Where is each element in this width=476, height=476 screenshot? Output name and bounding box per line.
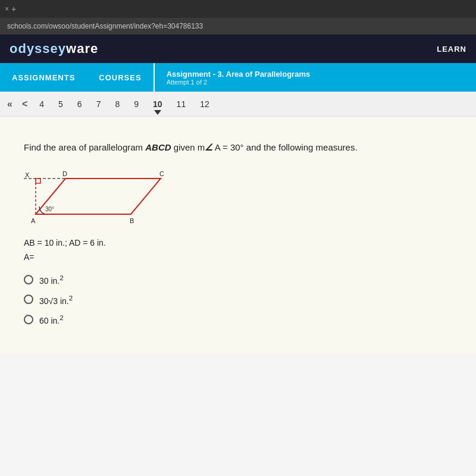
svg-marker-1 [36,178,161,214]
svg-text:A: A [31,217,36,224]
svg-text:30°: 30° [45,206,54,212]
svg-text:X: X [25,171,30,178]
page-10[interactable]: 10 [151,98,165,110]
radio-2[interactable] [24,295,33,304]
page-11[interactable]: 11 [174,98,189,110]
nav-assignments[interactable]: ASSIGNMENTS [0,63,87,92]
option-3[interactable]: 60 in.2 [24,314,452,325]
page-4[interactable]: 4 [37,98,46,110]
pagination-bar: « < 4 5 6 7 8 9 10 11 12 [0,92,476,117]
assignment-info: Assignment - 3. Area of Parallelograms A… [154,63,322,92]
page-7[interactable]: 7 [94,98,104,110]
page-5[interactable]: 5 [56,98,65,110]
browser-chrome: × + [0,0,476,18]
diagram-container: X D C A B 30° [24,167,178,226]
site-header: odysseyware LEARN [0,35,476,63]
tab-bar: × + [5,4,16,14]
radio-3[interactable] [24,315,33,324]
page-wrapper: odysseyware LEARN ASSIGNMENTS COURSES As… [0,35,476,476]
options-list: 30 in.2 30√3 in.2 60 in.2 [24,274,452,325]
page-prev-single[interactable]: < [22,99,27,109]
svg-text:D: D [62,170,67,177]
page-prev-double[interactable]: « [7,99,12,109]
assignment-title: Assignment - 3. Area of Parallelograms [167,70,311,79]
question-text: Find the area of parallelogram ABCD give… [24,140,452,155]
option-1-text: 30 in.2 [39,274,64,286]
measures-text: AB = 10 in.; AD = 6 in. [24,238,452,248]
tab-close-btn[interactable]: × [5,5,9,13]
page-12[interactable]: 12 [198,98,212,110]
svg-text:C: C [159,170,164,177]
option-2[interactable]: 30√3 in.2 [24,294,452,306]
main-content: Find the area of parallelogram ABCD give… [0,117,476,355]
page-6[interactable]: 6 [75,98,84,110]
option-2-text: 30√3 in.2 [39,294,73,306]
page-8[interactable]: 8 [112,98,122,110]
logo: odysseyware [10,41,98,57]
radio-1[interactable] [24,275,33,284]
svg-rect-3 [36,178,40,183]
url-text: schools.com/owsoo/studentAssignment/inde… [7,22,203,30]
option-3-text: 60 in.2 [39,314,64,325]
address-bar: schools.com/owsoo/studentAssignment/inde… [0,18,476,35]
new-tab-btn[interactable]: + [11,4,16,14]
area-label: A= [24,252,452,262]
option-1[interactable]: 30 in.2 [24,274,452,286]
svg-text:B: B [130,217,134,224]
learn-button[interactable]: LEARN [437,45,466,54]
assignment-attempt: Attempt 1 of 2 [167,79,311,86]
nav-bar: ASSIGNMENTS COURSES Assignment - 3. Area… [0,63,476,92]
parallelogram-diagram: X D C A B 30° [24,167,178,226]
nav-courses[interactable]: COURSES [87,63,153,92]
page-9[interactable]: 9 [131,98,141,110]
